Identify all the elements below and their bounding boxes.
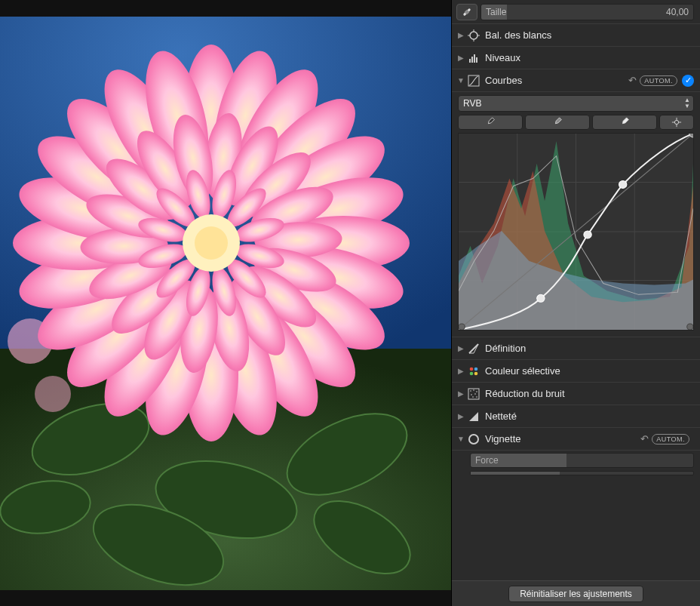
svg-point-55 <box>476 396 477 398</box>
svg-point-51 <box>476 391 477 392</box>
undo-icon[interactable]: ↶ <box>640 433 649 445</box>
panel-footer: Réinitialiser les ajustements <box>452 580 700 606</box>
curves-graph[interactable] <box>458 133 694 331</box>
disclosure-closed-icon: ▶ <box>456 412 465 420</box>
svg-point-39 <box>584 231 591 238</box>
retouch-tool-button[interactable] <box>456 4 477 20</box>
size-slider[interactable]: Taille 40,00 <box>480 4 694 20</box>
selective-color-icon <box>467 365 480 378</box>
svg-point-54 <box>472 396 474 398</box>
svg-point-9 <box>35 376 71 412</box>
eyedropper-white[interactable] <box>592 115 657 130</box>
svg-point-42 <box>459 324 465 330</box>
size-label: Taille <box>486 7 506 17</box>
adjustments-panel: Taille 40,00 ▶ Bal. des blancs ▶ Niveaux… <box>451 0 700 606</box>
bandage-icon <box>461 6 473 18</box>
disclosure-open-icon: ▼ <box>456 435 465 443</box>
svg-rect-22 <box>474 54 475 63</box>
image-preview <box>0 0 451 606</box>
vignette-secondary-slider[interactable] <box>470 471 694 475</box>
svg-rect-23 <box>476 57 477 63</box>
svg-point-49 <box>470 390 471 392</box>
disclosure-closed-icon: ▶ <box>456 31 465 39</box>
levels-icon <box>467 51 480 65</box>
eyedropper-icon <box>485 117 496 128</box>
adjustment-curves[interactable]: ▼ Courbes ↶ AUTOM. ✓ <box>452 69 700 92</box>
add-point-button[interactable] <box>659 115 694 130</box>
definition-icon <box>467 342 480 355</box>
svg-point-15 <box>470 32 477 39</box>
target-icon <box>671 117 682 128</box>
eyedropper-icon <box>552 117 563 128</box>
svg-point-52 <box>471 394 472 395</box>
sharpen-label: Netteté <box>485 411 694 422</box>
adjustment-definition[interactable]: ▶ Définition <box>452 337 700 360</box>
disclosure-closed-icon: ▶ <box>456 367 465 375</box>
svg-point-38 <box>537 294 545 302</box>
white-balance-label: Bal. des blancs <box>485 29 694 41</box>
auto-button[interactable]: AUTOM. <box>640 75 677 86</box>
selective-color-label: Couleur sélective <box>485 365 694 377</box>
svg-rect-21 <box>471 57 473 63</box>
vignette-label: Vignette <box>485 433 640 445</box>
force-label: Force <box>475 455 499 466</box>
photo-canvas <box>0 17 451 590</box>
retouch-size-row: Taille 40,00 <box>452 0 700 24</box>
reset-adjustments-button[interactable]: Réinitialiser les ajustements <box>508 586 643 602</box>
disclosure-closed-icon: ▶ <box>456 54 465 62</box>
channel-value: RVB <box>463 98 481 109</box>
channel-select[interactable]: RVB ▲▼ <box>458 95 694 112</box>
disclosure-closed-icon: ▶ <box>456 389 465 398</box>
svg-point-43 <box>687 324 693 330</box>
disclosure-open-icon: ▼ <box>456 76 465 85</box>
svg-point-12 <box>195 226 228 260</box>
eyedropper-gray[interactable] <box>525 115 590 130</box>
curves-icon <box>467 74 480 88</box>
eyedropper-icon <box>619 117 630 128</box>
svg-point-44 <box>470 367 474 371</box>
svg-point-53 <box>474 393 476 395</box>
stepper-icon: ▲▼ <box>684 97 690 109</box>
curves-label: Courbes <box>485 75 628 86</box>
curves-body: RVB ▲▼ <box>452 92 700 337</box>
levels-label: Niveaux <box>485 52 694 63</box>
definition-label: Définition <box>485 343 694 354</box>
adjustment-vignette[interactable]: ▼ Vignette ↶ AUTOM. <box>452 428 700 451</box>
svg-point-56 <box>469 435 478 444</box>
sharpen-icon <box>467 410 480 423</box>
undo-icon[interactable]: ↶ <box>628 75 637 86</box>
disclosure-closed-icon: ▶ <box>456 344 465 352</box>
svg-rect-20 <box>469 59 471 63</box>
white-balance-icon <box>467 29 480 42</box>
adjustment-noise-reduction[interactable]: ▶ Réduction du bruit <box>452 383 700 405</box>
svg-point-40 <box>619 181 627 189</box>
eyedropper-row <box>458 115 694 130</box>
svg-point-25 <box>674 120 678 124</box>
adjustment-selective-color[interactable]: ▶ Couleur sélective <box>452 360 700 383</box>
vignette-force-slider[interactable]: Force <box>470 453 694 468</box>
vignette-secondary-row <box>452 471 700 478</box>
adjustment-white-balance[interactable]: ▶ Bal. des blancs <box>452 24 700 47</box>
svg-point-46 <box>470 371 474 375</box>
noise-label: Réduction du bruit <box>485 388 694 399</box>
svg-point-50 <box>473 389 474 391</box>
adjustment-levels[interactable]: ▶ Niveaux <box>452 47 700 69</box>
adjustment-sharpen[interactable]: ▶ Netteté <box>452 405 700 428</box>
vignette-icon <box>467 432 480 446</box>
vignette-force-row: Force <box>452 451 700 471</box>
auto-button[interactable]: AUTOM. <box>652 434 689 445</box>
eyedropper-black[interactable] <box>458 115 523 130</box>
svg-point-45 <box>474 367 478 371</box>
noise-icon <box>467 387 480 401</box>
svg-point-47 <box>474 371 478 375</box>
enabled-checkmark[interactable]: ✓ <box>682 75 694 87</box>
size-value: 40,00 <box>666 7 689 17</box>
